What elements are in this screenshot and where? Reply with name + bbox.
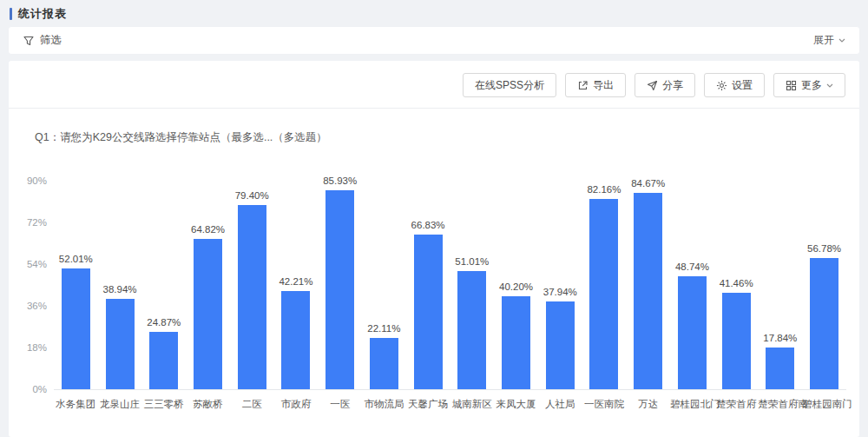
statistics-report-page: 统计报表 筛选 展开 在线SPSS分析 bbox=[0, 0, 868, 437]
bar bbox=[678, 276, 707, 389]
bar-value-label: 85.93% bbox=[323, 175, 357, 186]
y-axis-tick: 36% bbox=[12, 301, 47, 311]
x-axis-label: 市物流局 bbox=[362, 398, 406, 411]
button-label: 分享 bbox=[662, 78, 683, 93]
bar-column: 56.78% bbox=[802, 243, 846, 389]
more-button[interactable]: 更多 bbox=[773, 73, 845, 97]
bar bbox=[326, 190, 354, 389]
bar-value-label: 51.01% bbox=[455, 256, 489, 267]
bar bbox=[589, 199, 618, 389]
bar-column: 85.93% bbox=[318, 175, 362, 389]
bar-column: 51.01% bbox=[450, 256, 494, 389]
x-axis-labels: 水务集团龙泉山庄三三零桥苏敝桥二医市政府一医市物流局天馨广场城南新区来凤大厦人社… bbox=[54, 398, 846, 411]
bar-value-label: 66.83% bbox=[411, 220, 445, 230]
bar-value-label: 79.40% bbox=[235, 190, 269, 201]
x-axis-label: 楚荣首府南 bbox=[759, 398, 803, 411]
x-axis-label: 万达 bbox=[626, 398, 670, 411]
bar-column: 84.67% bbox=[626, 178, 670, 389]
bar-column: 38.94% bbox=[98, 284, 142, 389]
x-axis-label: 一医 bbox=[318, 398, 362, 411]
bar bbox=[722, 293, 751, 389]
x-axis-label: 二医 bbox=[230, 398, 274, 411]
plot-area: 52.01%38.94%24.87%64.82%79.40%42.21%85.9… bbox=[54, 182, 846, 390]
chevron-down-icon bbox=[838, 38, 845, 43]
share-icon bbox=[647, 80, 658, 91]
expand-toggle[interactable]: 展开 bbox=[813, 33, 845, 48]
y-axis-tick: 0% bbox=[12, 384, 47, 394]
bar-column: 42.21% bbox=[274, 276, 319, 389]
bar-value-label: 17.84% bbox=[763, 333, 797, 343]
bar bbox=[149, 332, 178, 389]
bar bbox=[238, 205, 266, 389]
page-title: 统计报表 bbox=[18, 6, 67, 22]
x-axis-label: 水务集团 bbox=[54, 398, 98, 411]
x-axis-label: 碧桂园北门 bbox=[670, 398, 714, 411]
bar-column: 24.87% bbox=[141, 317, 186, 389]
bar-column: 64.82% bbox=[186, 224, 230, 389]
export-icon bbox=[577, 80, 589, 91]
page-header: 统计报表 bbox=[0, 0, 868, 27]
bar-value-label: 41.46% bbox=[720, 278, 753, 288]
button-label: 导出 bbox=[593, 78, 614, 93]
bar-column: 22.11% bbox=[362, 323, 406, 389]
button-label: 更多 bbox=[801, 78, 822, 93]
y-axis-tick: 54% bbox=[12, 259, 47, 269]
expand-label: 展开 bbox=[813, 33, 834, 48]
bar-value-label: 48.74% bbox=[675, 262, 709, 272]
bar-value-label: 40.20% bbox=[499, 281, 533, 292]
bar-value-label: 38.94% bbox=[103, 284, 137, 295]
bar bbox=[546, 301, 575, 389]
bar-column: 37.94% bbox=[538, 287, 582, 389]
x-axis-label: 来凤大厦 bbox=[494, 398, 538, 411]
settings-button[interactable]: 设置 bbox=[704, 73, 765, 97]
bar bbox=[281, 291, 310, 389]
bar-value-label: 82.16% bbox=[587, 184, 621, 195]
y-axis-tick: 72% bbox=[12, 217, 47, 228]
bar-column: 52.01% bbox=[54, 254, 98, 389]
bar bbox=[457, 271, 486, 389]
funnel-icon bbox=[23, 35, 35, 47]
title-accent-bar bbox=[10, 8, 12, 20]
bar bbox=[502, 296, 530, 389]
bar-chart: 52.01%38.94%24.87%64.82%79.40%42.21%85.9… bbox=[54, 182, 846, 411]
bar-column: 48.74% bbox=[670, 262, 714, 389]
bar-value-label: 64.82% bbox=[191, 224, 225, 235]
x-axis-label: 苏敝桥 bbox=[186, 398, 230, 411]
x-axis-label: 龙泉山庄 bbox=[98, 398, 142, 411]
bar bbox=[766, 348, 794, 389]
spss-analysis-button[interactable]: 在线SPSS分析 bbox=[463, 73, 556, 97]
x-axis-label: 天馨广场 bbox=[406, 398, 450, 411]
x-axis-label: 人社局 bbox=[538, 398, 582, 411]
x-axis-label: 楚荣首府 bbox=[714, 398, 759, 411]
x-axis-label: 城南新区 bbox=[450, 398, 494, 411]
bar bbox=[62, 268, 90, 389]
button-label: 设置 bbox=[732, 78, 753, 93]
grid-icon bbox=[786, 80, 797, 91]
x-axis-label: 市政府 bbox=[274, 398, 319, 411]
bar-column: 40.20% bbox=[494, 281, 538, 389]
x-axis-label: 碧桂园南门 bbox=[802, 398, 846, 411]
bar bbox=[414, 235, 443, 389]
bar-column: 79.40% bbox=[230, 190, 274, 389]
filter-toggle[interactable]: 筛选 bbox=[23, 33, 62, 48]
toolbar: 在线SPSS分析 导出 分享 bbox=[9, 61, 859, 108]
gear-icon bbox=[716, 80, 727, 91]
filter-bar: 筛选 展开 bbox=[9, 27, 859, 54]
report-card: 在线SPSS分析 导出 分享 bbox=[9, 61, 859, 437]
bar-value-label: 56.78% bbox=[807, 243, 841, 254]
bar-value-label: 42.21% bbox=[279, 276, 312, 287]
bar-value-label: 24.87% bbox=[147, 317, 181, 328]
button-label: 在线SPSS分析 bbox=[475, 78, 544, 93]
bar bbox=[194, 239, 222, 389]
export-button[interactable]: 导出 bbox=[565, 73, 626, 97]
question-title: Q1：请您为K29公交线路选择停靠站点（最多选...（多选题） bbox=[9, 109, 859, 145]
share-button[interactable]: 分享 bbox=[635, 73, 695, 97]
bar-value-label: 84.67% bbox=[631, 178, 665, 189]
bar-value-label: 37.94% bbox=[543, 287, 577, 297]
bar bbox=[810, 258, 838, 389]
bar bbox=[370, 338, 398, 389]
bar-value-label: 22.11% bbox=[367, 323, 400, 334]
y-axis-tick: 90% bbox=[12, 175, 47, 186]
bar bbox=[106, 299, 135, 389]
bar-value-label: 52.01% bbox=[59, 254, 93, 264]
